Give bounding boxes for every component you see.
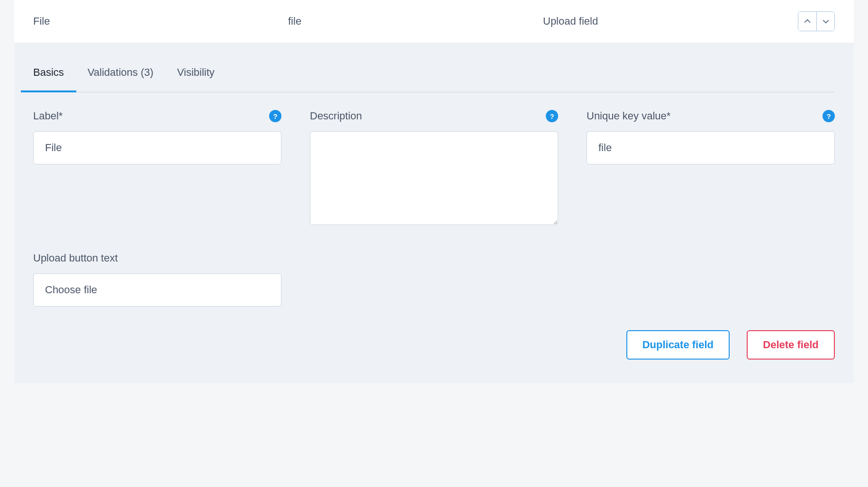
label-field-group: Label* ?	[33, 109, 281, 225]
help-icon[interactable]: ?	[269, 110, 281, 122]
upload-button-text-field-group: Upload button text	[33, 252, 281, 307]
delete-field-button[interactable]: Delete field	[747, 330, 835, 360]
tab-validations[interactable]: Validations (3)	[88, 66, 154, 92]
unique-key-field-group: Unique key value* ?	[587, 109, 835, 225]
field-editor-panel: Basics Validations (3) Visibility Label*…	[14, 43, 854, 383]
help-icon[interactable]: ?	[546, 110, 558, 122]
move-down-button[interactable]	[816, 12, 834, 31]
description-textarea[interactable]	[310, 131, 558, 225]
move-up-button[interactable]	[798, 12, 816, 31]
tab-basics[interactable]: Basics	[33, 66, 64, 92]
unique-key-field-label: Unique key value*	[587, 110, 670, 122]
upload-button-text-input[interactable]	[33, 273, 281, 307]
header-label: File	[33, 15, 279, 27]
header-type: Upload field	[543, 15, 788, 27]
upload-button-text-label: Upload button text	[33, 252, 118, 264]
description-field-group: Description ?	[310, 109, 558, 225]
header-key: file	[288, 15, 533, 27]
duplicate-field-button[interactable]: Duplicate field	[626, 330, 730, 360]
tabs: Basics Validations (3) Visibility	[33, 43, 835, 92]
chevron-down-icon	[821, 17, 831, 26]
unique-key-input[interactable]	[587, 131, 835, 164]
label-field-label: Label*	[33, 110, 63, 122]
reorder-controls	[798, 11, 835, 31]
chevron-up-icon	[803, 17, 812, 26]
help-icon[interactable]: ?	[823, 110, 835, 122]
tab-visibility[interactable]: Visibility	[177, 66, 215, 92]
label-input[interactable]	[33, 131, 281, 164]
description-field-label: Description	[310, 110, 362, 122]
field-header-row: File file Upload field	[14, 0, 854, 43]
